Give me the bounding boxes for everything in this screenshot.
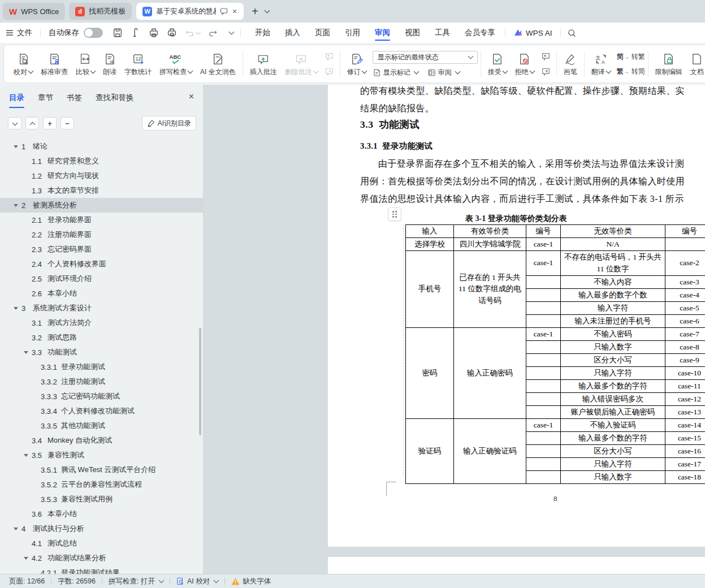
toc-item[interactable]: 1.2研究方向与现状 xyxy=(0,168,203,183)
toc-item[interactable]: 1绪论 xyxy=(0,139,203,154)
tab-wps-office[interactable]: W WPS Office xyxy=(3,3,65,20)
next-comment-icon[interactable] xyxy=(325,67,334,76)
menu-tab-membership[interactable]: 会员专享 xyxy=(457,23,503,43)
show-marks-button[interactable]: 显示标记 xyxy=(373,68,418,77)
to-traditional-button[interactable]: 简→ 转繁 xyxy=(617,52,645,62)
toc-item[interactable]: 3.3.3忘记密码功能测试 xyxy=(0,389,203,404)
next-revision-icon[interactable] xyxy=(541,67,551,76)
document-page-13[interactable] xyxy=(328,557,705,574)
tab-close-icon[interactable]: × xyxy=(232,7,237,15)
zoom-out-outline-button[interactable]: − xyxy=(60,117,74,129)
to-simplified-button[interactable]: 繁→ 转简 xyxy=(617,67,645,76)
toc-expand-arrow-icon[interactable] xyxy=(24,454,32,457)
toc-item[interactable]: 4.2.1登录功能测试结果 xyxy=(0,565,203,574)
ai-polish-button[interactable]: AI 全文润色 xyxy=(196,50,240,78)
toc-item[interactable]: 3系统测试方案设计 xyxy=(0,301,203,315)
document-canvas[interactable]: 的带有模块类型、缺陷类型、缺陷等级、硬软件配置、操作步骤、预期结果、实 结果的缺… xyxy=(204,85,705,574)
sidebar-tab-contents[interactable]: 目录 xyxy=(9,93,24,108)
toc-item[interactable]: 3.3.1登录功能测试 xyxy=(0,360,203,374)
spellcheck-indicator[interactable]: 拼写检查: 打开 xyxy=(109,577,163,586)
menu-tab-review[interactable]: 审阅 xyxy=(367,23,397,43)
toc-item[interactable]: 4测试执行与分析 xyxy=(0,521,203,536)
toc-item[interactable]: 1.3本文的章节安排 xyxy=(0,183,203,198)
sidebar-tab-bookmarks[interactable]: 书签 xyxy=(67,93,82,108)
toc-item[interactable]: 3.3.4个人资料修改功能测试 xyxy=(0,404,203,418)
equivalence-table[interactable]: 输入有效等价类编号无效等价类编号 选择学校四川大学锦城学院case-1N/A手机… xyxy=(405,224,705,484)
toc-item[interactable]: 3.3功能测试 xyxy=(0,345,203,360)
autosave-toggle[interactable] xyxy=(84,28,103,38)
sidebar-tab-chapters[interactable]: 章节 xyxy=(38,93,53,108)
marks-display-dropdown[interactable]: 显示标记的最终状态 xyxy=(373,51,478,64)
toc-item[interactable]: 3.3.2注册功能测试 xyxy=(0,374,203,389)
table-move-handle[interactable] xyxy=(388,207,401,221)
toc-item[interactable]: 3.5.1腾讯 WeTest 云测试平台介绍 xyxy=(0,462,203,477)
toc-expand-arrow-icon[interactable] xyxy=(24,557,32,560)
menu-tab-home[interactable]: 开始 xyxy=(248,23,278,43)
translate-button[interactable]: 文A 翻译 xyxy=(587,50,615,78)
save-button[interactable] xyxy=(109,24,127,41)
menu-tab-reference[interactable]: 引用 xyxy=(338,23,367,43)
quick-access-chevron-icon[interactable] xyxy=(229,29,235,34)
tab-list-chevron-icon[interactable] xyxy=(264,7,270,13)
previous-comment-icon[interactable] xyxy=(325,52,334,60)
menu-tab-view[interactable]: 视图 xyxy=(397,23,427,43)
search-icon[interactable] xyxy=(563,24,581,41)
toc-item[interactable]: 4.1测试总结 xyxy=(0,536,203,551)
insert-comment-button[interactable]: 插入批注 xyxy=(246,50,281,78)
toc-item[interactable]: 2.4个人资料修改界面 xyxy=(0,257,203,271)
toc-item[interactable]: 2.2注册功能界面 xyxy=(0,227,203,242)
sidebar-close-icon[interactable]: × xyxy=(189,92,194,102)
toc-expand-arrow-icon[interactable] xyxy=(14,528,21,530)
redo-button[interactable] xyxy=(204,24,222,41)
file-menu-button[interactable]: 文件 xyxy=(0,23,38,43)
word-count-indicator[interactable]: 字数: 26596 xyxy=(58,577,96,586)
toc-item[interactable]: 3.3.5其他功能测试 xyxy=(0,418,203,433)
export-pdf-button[interactable] xyxy=(127,24,145,41)
menu-tab-tools[interactable]: 工具 xyxy=(427,23,457,43)
ai-proofread-indicator[interactable]: AI 校对 xyxy=(176,577,218,586)
zoom-in-outline-button[interactable]: + xyxy=(43,117,57,129)
spell-check-button[interactable]: ABC 拼写检查 xyxy=(155,50,196,78)
missing-font-warning[interactable]: 缺失字体 xyxy=(231,577,271,586)
toc-item[interactable]: 3.5.3兼容性测试用例 xyxy=(0,492,203,507)
review-pane-button[interactable]: 审阅 xyxy=(427,68,460,77)
compare-button[interactable]: 比较 xyxy=(72,50,99,78)
undo-button[interactable] xyxy=(181,24,204,41)
sidebar-scrollbar[interactable] xyxy=(199,328,201,435)
menu-tab-page[interactable]: 页面 xyxy=(308,23,338,43)
read-aloud-button[interactable]: 朗读 xyxy=(99,50,120,78)
tab-comment-icon[interactable] xyxy=(220,7,228,15)
track-changes-button[interactable]: 修订 xyxy=(343,50,370,78)
toc-item[interactable]: 4.2功能测试结果分析 xyxy=(0,551,203,565)
toc-item[interactable]: 3.5兼容性测试 xyxy=(0,448,203,462)
toc-expand-arrow-icon[interactable] xyxy=(14,204,21,207)
toc-expand-arrow-icon[interactable] xyxy=(14,307,21,310)
page-indicator[interactable]: 页面: 12/66 xyxy=(9,577,45,586)
tab-document[interactable]: W 基于安卓系统的慧易联app的 × xyxy=(136,3,244,20)
document-permission-button[interactable]: 文档 xyxy=(686,50,705,78)
toc-item[interactable]: 2.1登录功能界面 xyxy=(0,213,203,227)
toc-item[interactable]: 3.4Monkey 自动化测试 xyxy=(0,433,203,448)
menu-tab-insert[interactable]: 插入 xyxy=(278,23,308,43)
restrict-editing-button[interactable]: 限制编辑 xyxy=(651,50,686,78)
previous-revision-icon[interactable] xyxy=(541,52,551,60)
ink-brush-button[interactable]: 画笔 xyxy=(560,50,581,78)
toc-expand-arrow-icon[interactable] xyxy=(14,145,21,148)
collapse-all-button[interactable] xyxy=(8,117,21,129)
print-preview-button[interactable] xyxy=(163,24,181,41)
delete-comment-button[interactable]: 删除批注 xyxy=(281,50,322,78)
autosave-control[interactable]: 自动保存 xyxy=(43,23,109,43)
toc-item[interactable]: 3.1测试方法简介 xyxy=(0,315,203,330)
standard-review-button[interactable]: 标准审查 xyxy=(37,50,72,78)
toc-item[interactable]: 3.6本章小结 xyxy=(0,507,203,521)
reject-revision-button[interactable]: 拒绝 xyxy=(511,50,538,78)
sidebar-tab-find-replace[interactable]: 查找和替换 xyxy=(96,93,134,108)
toc-item[interactable]: 2.6本章小结 xyxy=(0,286,203,301)
wps-ai-button[interactable]: WPS AI xyxy=(508,23,558,43)
toc-expand-arrow-icon[interactable] xyxy=(24,351,32,354)
expand-all-button[interactable] xyxy=(25,117,39,129)
tab-docer-templates[interactable]: d 找稻壳模板 xyxy=(69,3,132,20)
new-tab-button[interactable]: + xyxy=(252,6,258,17)
toc-item[interactable]: 2被测系统分析 xyxy=(0,198,203,213)
toc-item[interactable]: 3.2测试思路 xyxy=(0,330,203,345)
